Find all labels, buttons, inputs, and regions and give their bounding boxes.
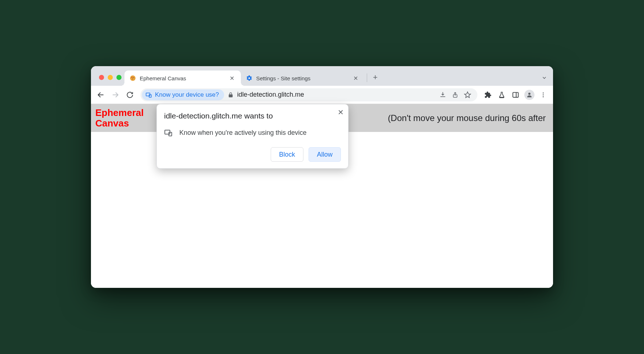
extensions-icon[interactable] <box>482 89 494 101</box>
svg-point-15 <box>543 96 544 97</box>
permission-item: Know when you're actively using this dev… <box>164 128 341 137</box>
svg-point-0 <box>130 76 136 81</box>
avatar-icon <box>524 90 534 100</box>
svg-point-14 <box>543 94 544 95</box>
svg-point-3 <box>132 79 133 79</box>
permission-prompt: ✕ idle-detection.glitch.me wants to Know… <box>156 104 349 169</box>
page-title: Ephemeral Canvas <box>95 108 146 128</box>
close-tab-icon[interactable]: ✕ <box>352 74 359 83</box>
permission-title: idle-detection.glitch.me wants to <box>164 112 341 120</box>
maximize-window-button[interactable] <box>116 75 122 80</box>
toolbar: Know your device use? idle-detection.gli… <box>91 86 553 104</box>
tab-title: Settings - Site settings <box>256 75 348 81</box>
close-tab-icon[interactable]: ✕ <box>228 74 236 83</box>
svg-rect-10 <box>513 92 518 97</box>
lock-icon[interactable] <box>228 92 234 98</box>
install-icon[interactable] <box>437 89 448 100</box>
omnibox-actions <box>437 89 476 100</box>
permission-chip-label: Know your device use? <box>155 91 219 98</box>
devices-icon <box>164 128 173 137</box>
svg-point-13 <box>543 92 544 93</box>
share-icon[interactable] <box>450 89 461 100</box>
page-content: Ephemeral Canvas (Don't move your mouse … <box>91 104 553 288</box>
close-icon[interactable]: ✕ <box>338 108 344 117</box>
menu-button[interactable] <box>537 89 549 101</box>
block-button[interactable]: Block <box>271 147 303 162</box>
tab-bar: Ephemeral Canvas ✕ Settings - Site setti… <box>91 66 553 86</box>
gear-icon <box>246 75 253 81</box>
tab-separator <box>367 73 367 82</box>
new-tab-button[interactable]: + <box>369 73 381 86</box>
tab-settings[interactable]: Settings - Site settings ✕ <box>241 71 365 86</box>
tab-ephemeral-canvas[interactable]: Ephemeral Canvas ✕ <box>124 71 241 86</box>
svg-point-1 <box>131 77 132 78</box>
profile-button[interactable] <box>523 89 536 101</box>
sidepanel-icon[interactable] <box>509 89 522 101</box>
svg-point-12 <box>528 93 530 95</box>
allow-button[interactable]: Allow <box>309 147 341 162</box>
bookmark-star-icon[interactable] <box>462 89 473 100</box>
toolbar-right <box>482 89 549 101</box>
permission-chip[interactable]: Know your device use? <box>142 89 224 100</box>
minimize-window-button[interactable] <box>108 75 113 80</box>
back-button[interactable] <box>95 89 107 101</box>
labs-icon[interactable] <box>496 89 508 101</box>
reload-button[interactable] <box>124 89 136 101</box>
forward-button[interactable] <box>109 89 122 101</box>
tab-title: Ephemeral Canvas <box>140 75 224 81</box>
window-controls <box>96 75 124 86</box>
permission-buttons: Block Allow <box>164 147 341 162</box>
permission-item-label: Know when you're actively using this dev… <box>179 129 307 137</box>
address-bar[interactable]: Know your device use? idle-detection.gli… <box>140 88 477 101</box>
page-instruction: (Don't move your mouse during 60s after <box>388 113 549 123</box>
close-window-button[interactable] <box>99 75 104 80</box>
tab-favicon <box>130 75 136 81</box>
tabs-dropdown-button[interactable] <box>541 75 553 86</box>
url-text: idle-detection.glitch.me <box>237 91 434 98</box>
svg-point-2 <box>133 77 134 78</box>
svg-marker-9 <box>465 92 471 97</box>
browser-window: Ephemeral Canvas ✕ Settings - Site setti… <box>91 66 553 288</box>
